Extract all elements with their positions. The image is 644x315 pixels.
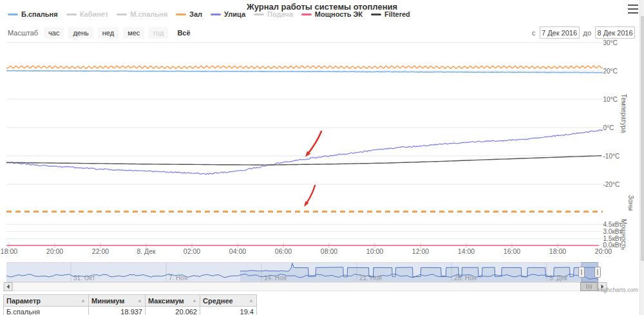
page-scrollbar-thumb[interactable] (641, 16, 644, 261)
temp-tick: 0°C (603, 124, 614, 131)
cell-minimum: 18.937 (89, 307, 146, 315)
x-tick-label: 10:00 (366, 247, 383, 255)
nav-label: 5. Дек (549, 274, 567, 282)
x-tick-label: 06:00 (275, 247, 292, 255)
power-axis-labels: Зоны 4.5кВт 3.0кВт 1.5кВт 0.0кВт Мощност… (603, 195, 635, 250)
sort-asc-icon: ▲ (137, 298, 142, 303)
page-scrollbar[interactable] (639, 0, 644, 315)
navigator-handle-right[interactable] (595, 267, 601, 278)
navigator: 31. Окт 7. Ноя 14. Ноя 21. Ноя 28. Ноя 5… (6, 263, 601, 282)
x-axis-labels: 18:00 20:00 22:00 8. Дек 02:00 04:00 06:… (1, 247, 612, 255)
scrollbar-left-button[interactable] (4, 283, 12, 291)
annotation-arrow-crossing (305, 131, 321, 157)
nav-label: 7. Ноя (169, 274, 187, 282)
scrollbar-thumb[interactable] (581, 283, 598, 291)
temperature-gridlines (6, 43, 603, 184)
nav-label: 28. Ноя (454, 274, 477, 282)
x-tick-label: 14:00 (458, 247, 475, 255)
scrollbar-track[interactable] (13, 283, 598, 291)
power-axis-title: Мощность (620, 219, 627, 250)
navigator-handle-left[interactable] (579, 267, 585, 278)
sort-asc-icon: ▲ (192, 298, 197, 303)
navigator-mask[interactable] (6, 263, 599, 282)
col-header-minimum[interactable]: Минимум▲ (89, 295, 146, 307)
cell-maximum: 20.062 (146, 307, 200, 315)
power-tick: 4.5кВт (603, 221, 623, 228)
highcharts-credit-link[interactable]: Highcharts.com (598, 287, 638, 293)
col-header-label: Минимум (91, 297, 124, 305)
temperature-axis-labels: 30°C 20°C 10°C 0°C -10°C -20°C Температу… (603, 39, 628, 188)
temp-tick: 20°C (603, 68, 618, 75)
power-gridlines (6, 225, 603, 246)
stats-table: Параметр▲ Минимум▲ Максимум▲ Среднее▲ Б.… (3, 294, 257, 315)
cell-average: 19.4 (200, 307, 257, 315)
col-header-label: Максимум (148, 297, 184, 305)
sort-asc-icon: ▲ (80, 298, 86, 303)
col-header-maximum[interactable]: Максимум▲ (146, 295, 200, 307)
x-tick-label: 8. Дек (137, 247, 156, 255)
col-header-label: Параметр (6, 297, 41, 305)
x-tick-label: 18:00 (549, 247, 566, 255)
heating-log-app: Журнал работы системы отопления Б.спальн… (0, 0, 644, 315)
nav-label: 14. Ноя (264, 274, 287, 282)
col-header-label: Среднее (203, 297, 233, 305)
x-tick-label: 22:00 (92, 247, 109, 255)
x-tick-label: 02:00 (184, 247, 200, 255)
x-tick-label: 04:00 (229, 247, 246, 255)
series-Улица (6, 130, 603, 175)
col-header-average[interactable]: Среднее▲ (200, 295, 257, 307)
temp-tick: -20°C (603, 181, 620, 188)
series-Filtered (6, 156, 601, 165)
x-tick-label: 12:00 (412, 247, 429, 255)
col-header-parameter[interactable]: Параметр▲ (4, 295, 89, 307)
chart-area: 30°C 20°C 10°C 0°C -10°C -20°C Температу… (0, 0, 644, 315)
sort-asc-icon: ▲ (249, 298, 254, 303)
nav-label: 21. Ноя (359, 274, 382, 282)
stats-header-row: Параметр▲ Минимум▲ Максимум▲ Среднее▲ (4, 295, 257, 307)
power-tick: 1.5кВт (603, 235, 623, 242)
power-tick: 3.0кВт (603, 228, 623, 235)
cell-parameter: Б.спальня (4, 307, 89, 315)
x-tick-label: 16:00 (504, 247, 520, 255)
temp-tick: 10°C (603, 96, 618, 103)
x-tick-label: 20:00 (46, 247, 63, 255)
navigator-scrollbar (4, 283, 607, 291)
temperature-axis-title: Температура (620, 94, 627, 133)
temp-tick: -10°C (603, 153, 620, 160)
x-tick-label: 08:00 (321, 247, 337, 255)
zones-axis-title: Зоны (627, 195, 634, 211)
table-row: Б.спальня 18.937 20.062 19.4 (4, 307, 257, 315)
x-tick-label: 20:00 (595, 247, 612, 255)
temp-tick: 30°C (603, 39, 618, 46)
annotation-arrow-zones (304, 186, 315, 207)
x-tick-label: 18:00 (1, 247, 17, 255)
series-Зал (6, 66, 603, 68)
nav-label: 31. Окт (73, 274, 95, 282)
